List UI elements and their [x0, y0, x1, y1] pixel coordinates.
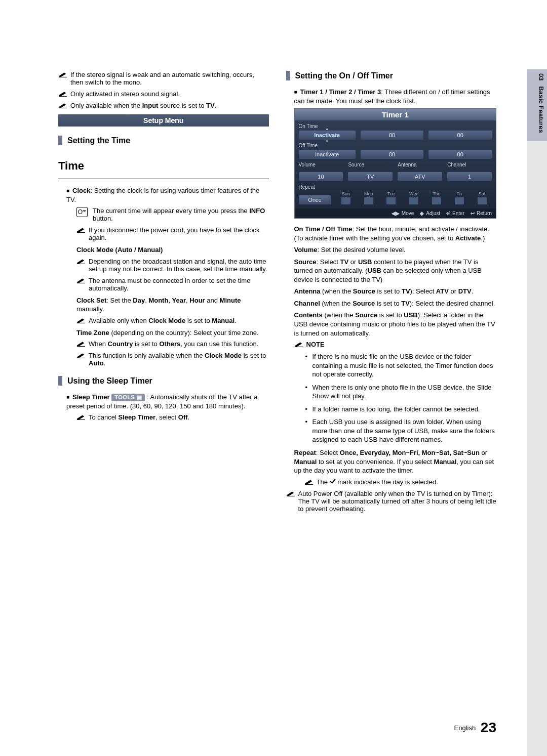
- chapter-num: 03: [537, 73, 545, 80]
- source-text: Source: Select TV or USB content to be p…: [294, 258, 497, 284]
- note-icon: [76, 413, 86, 421]
- cancel-note: To cancel Sleep Timer, select Off.: [89, 413, 189, 421]
- nav-row: ◀▶Move ◆Adjust ⏎Enter ↩Return: [295, 208, 496, 218]
- on-time-hour[interactable]: 00: [361, 131, 424, 140]
- volume-text: Volume: Set the desired volume level.: [294, 245, 497, 255]
- nav-return: ↩Return: [471, 211, 492, 216]
- tz-note1: When Country is set to Others, you can u…: [89, 340, 258, 348]
- src-val[interactable]: TV: [348, 172, 393, 181]
- side-shade: [527, 69, 547, 756]
- check-note: The mark indicates the day is selected.: [317, 478, 438, 486]
- nav-move: ◀▶Move: [392, 211, 414, 216]
- note3: If a folder name is too long, the folder…: [305, 405, 497, 414]
- vol-val[interactable]: 10: [299, 172, 343, 181]
- on-time-state[interactable]: Inactivate: [299, 131, 356, 140]
- onoff-text: On Time / Off Time: Set the hour, minute…: [294, 225, 497, 242]
- time-zone: Time Zone (depending on the country): Se…: [76, 328, 269, 338]
- note-icon: [58, 71, 67, 78]
- stereo-only-note: Only activated in stereo sound signal.: [70, 90, 180, 98]
- note-list: If there is no music file on the USB dev…: [305, 352, 497, 444]
- note-icon: [76, 226, 86, 233]
- note-icon: [76, 258, 86, 265]
- nav-enter: ⏎Enter: [446, 211, 464, 216]
- note1: If there is no music file on the USB dev…: [305, 352, 497, 379]
- note-icon: [76, 277, 86, 284]
- note-icon: [76, 340, 86, 347]
- note-icon: [304, 478, 314, 485]
- accent-bar: [58, 136, 62, 145]
- note-icon: [58, 90, 67, 97]
- off-time-min[interactable]: 00: [428, 150, 492, 159]
- note-icon: [76, 317, 86, 324]
- sleep-timer-heading: Using the Sleep Timer: [58, 376, 269, 386]
- day-sat[interactable]: Sat: [472, 191, 492, 204]
- page-num: 23: [481, 720, 496, 735]
- timer-intro: Timer 1 / Timer 2 / Timer 3: Three diffe…: [294, 88, 497, 105]
- setting-time-heading: Setting the Time: [58, 136, 269, 145]
- repeat-text: Repeat: Select Once, Everyday, Mon~Fri, …: [294, 448, 497, 475]
- repeat-label: Repeat: [299, 184, 492, 190]
- contents-text: Contents (when the Source is set to USB)…: [294, 311, 497, 338]
- days-row: SunMonTueWedThuFriSat: [336, 191, 492, 204]
- nav-adjust: ◆Adjust: [420, 211, 440, 216]
- info-text: The current time will appear every time …: [93, 207, 269, 222]
- day-tue[interactable]: Tue: [381, 191, 401, 204]
- stereo-note: If the stereo signal is weak and an auto…: [70, 71, 269, 86]
- input-note: Only available when the Input source is …: [70, 102, 216, 109]
- off-time-hour[interactable]: 00: [361, 150, 424, 159]
- note-icon: [58, 102, 67, 109]
- chapter-tab: 03 Basic Features: [527, 69, 547, 141]
- clock-set: Clock Set: Set the Day, Month, Year, Hou…: [76, 296, 269, 314]
- disconnect-note: If you disconnect the power cord, you ha…: [89, 226, 269, 241]
- ch-val[interactable]: 1: [447, 172, 492, 181]
- note-icon: [286, 490, 295, 497]
- tz-note2: This function is only available when the…: [89, 352, 269, 367]
- tools-badge: TOOLS ▣: [111, 394, 145, 401]
- cm-note2: The antenna must be connected in order t…: [89, 277, 269, 292]
- day-mon[interactable]: Mon: [359, 191, 378, 204]
- clock-mode-label: Clock Mode (Auto / Manual): [76, 245, 269, 255]
- clock-item: Clock: Setting the clock is for using va…: [66, 186, 269, 204]
- lang: English: [454, 724, 476, 732]
- time-heading: Time: [58, 159, 269, 173]
- ant-val[interactable]: ATV: [398, 172, 442, 181]
- cm-note1: Depending on the broadcast station and s…: [89, 258, 269, 273]
- auto-off-note: Auto Power Off (available only when the …: [298, 490, 497, 513]
- on-time-min[interactable]: 00: [428, 131, 492, 140]
- note-label: NOTE: [306, 341, 325, 348]
- off-time-state[interactable]: Inactivate: [299, 150, 356, 159]
- channel-text: Channel (when the Source is set to TV): …: [294, 299, 497, 308]
- day-sun[interactable]: Sun: [336, 191, 356, 204]
- avail-note: Available only when Clock Mode is set to…: [89, 317, 237, 324]
- page-footer: English 23: [454, 720, 496, 736]
- note2: When there is only one photo file in the…: [305, 383, 497, 401]
- left-column: If the stereo signal is weak and an auto…: [58, 71, 269, 517]
- day-fri[interactable]: Fri: [449, 191, 469, 204]
- onoff-heading: Setting the On / Off Timer: [286, 71, 497, 80]
- note-icon: [76, 352, 86, 359]
- info-button-icon: Oᵐ: [76, 207, 88, 217]
- accent-bar: [58, 376, 62, 386]
- setup-menu-banner: Setup Menu: [58, 114, 269, 127]
- check-icon: [330, 478, 336, 486]
- section-name: Basic Features: [537, 86, 545, 133]
- timer-title: Timer 1: [295, 109, 496, 120]
- note4: Each USB you use is assigned its own fol…: [305, 417, 497, 444]
- timer-figure: Timer 1 On Time Inactivate 00 00 Off Tim…: [294, 108, 497, 219]
- note-icon: [294, 341, 303, 348]
- day-thu[interactable]: Thu: [427, 191, 447, 204]
- rule: [58, 179, 269, 179]
- repeat-val[interactable]: Once: [299, 195, 331, 204]
- sleep-item: Sleep Timer TOOLS ▣ : Automatically shut…: [66, 393, 269, 410]
- accent-bar: [286, 71, 290, 80]
- day-wed[interactable]: Wed: [404, 191, 424, 204]
- right-column: Setting the On / Off Timer Timer 1 / Tim…: [286, 71, 497, 517]
- antenna-text: Antenna (when the Source is set to TV): …: [294, 287, 497, 296]
